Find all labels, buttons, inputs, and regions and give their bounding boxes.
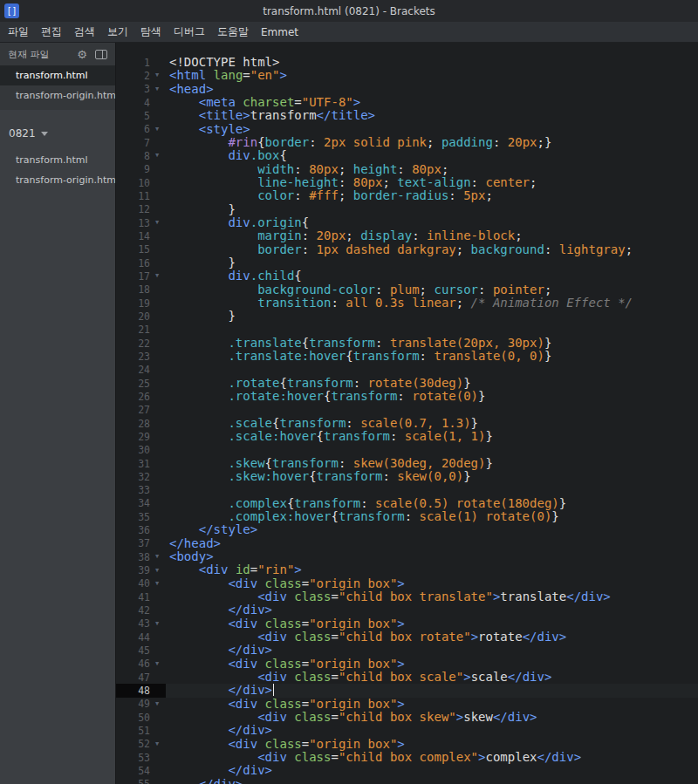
code-line[interactable]: 10 line-height: 80px; text-align: center…: [116, 176, 698, 189]
fold-arrow-icon[interactable]: ▼: [154, 273, 166, 279]
menu-item-file[interactable]: 파일: [2, 22, 35, 42]
fold-arrow-icon[interactable]: ▼: [154, 554, 166, 560]
line-number: 3: [116, 83, 154, 95]
code-text: margin: 20px; display: inline-block;: [166, 229, 523, 242]
fold-arrow-icon[interactable]: ▼: [154, 220, 166, 226]
code-line[interactable]: 53 <div class="child box complex">comple…: [116, 751, 698, 764]
code-line[interactable]: 12 }: [116, 203, 698, 216]
line-number: 30: [116, 444, 154, 456]
menu-item-view[interactable]: 보기: [101, 22, 134, 42]
code-line[interactable]: 4 <meta charset="UTF-8">: [116, 96, 698, 109]
code-line[interactable]: 9 width: 80px; height: 80px;: [116, 163, 698, 176]
code-line[interactable]: 30: [116, 444, 698, 457]
code-line[interactable]: 21: [116, 324, 698, 337]
code-line[interactable]: 42 </div>: [116, 603, 698, 617]
code-line[interactable]: 41 <div class="child box translate">tran…: [116, 590, 698, 603]
code-line[interactable]: 16 }: [116, 256, 698, 269]
code-text: div.origin{: [166, 216, 309, 229]
code-line[interactable]: 40▼ <div class="origin box">: [116, 577, 698, 590]
fold-arrow-icon[interactable]: ▼: [154, 661, 166, 667]
code-line[interactable]: 52▼ <div class="origin box">: [116, 738, 698, 751]
code-line[interactable]: 46▼ <div class="origin box">: [116, 658, 698, 671]
code-line[interactable]: 5 <title>transform</title>: [116, 109, 698, 122]
code-text: <div class="origin box">: [166, 617, 405, 631]
code-line[interactable]: 23 .translate:hover{transform: translate…: [116, 350, 698, 363]
code-line[interactable]: 18 background-color: plum; cursor: point…: [116, 283, 698, 297]
code-line[interactable]: 3▼<head>: [116, 83, 698, 96]
code-line[interactable]: 28 .scale{transform: scale(0.7, 1.3)}: [116, 417, 698, 430]
code-line[interactable]: 33: [116, 484, 698, 497]
gutter-cell: 27: [116, 404, 166, 417]
working-file-item[interactable]: transform.html: [0, 65, 115, 85]
working-file-item[interactable]: transform-origin.html: [0, 85, 115, 106]
fold-arrow-icon[interactable]: ▼: [154, 153, 166, 159]
code-line[interactable]: 1<!DOCTYPE html>: [116, 56, 698, 69]
code-editor[interactable]: 1<!DOCTYPE html>2▼<html lang="en">3▼<hea…: [116, 43, 698, 784]
menu-item-find[interactable]: 검색: [68, 22, 101, 42]
gutter-cell: 35: [116, 510, 166, 523]
code-line[interactable]: 29 .scale:hover{transform: scale(1, 1)}: [116, 430, 698, 443]
code-line[interactable]: 36 </style>: [116, 523, 698, 536]
code-line[interactable]: 38▼<body>: [116, 550, 698, 563]
code-line[interactable]: 32 .skew:hover{transform: skew(0,0)}: [116, 470, 698, 483]
code-line[interactable]: 14 margin: 20px; display: inline-block;: [116, 229, 698, 242]
split-view-icon[interactable]: [95, 50, 107, 59]
gear-icon[interactable]: ⚙: [77, 49, 87, 60]
code-line[interactable]: 8▼ div.box{: [116, 149, 698, 162]
line-number: 15: [116, 243, 154, 256]
code-line[interactable]: 19 transition: all 0.3s linear; /* Anima…: [116, 297, 698, 310]
code-line[interactable]: 37</head>: [116, 537, 698, 550]
line-number: 16: [116, 257, 154, 269]
code-line[interactable]: 17▼ div.child{: [116, 269, 698, 283]
code-line[interactable]: 2▼<html lang="en">: [116, 69, 698, 82]
code-line[interactable]: 20 }: [116, 310, 698, 323]
menu-item-help[interactable]: 도움말: [211, 22, 255, 42]
code-line[interactable]: 27: [116, 404, 698, 417]
code-line[interactable]: 50 <div class="child box skew">skew</div…: [116, 711, 698, 724]
code-line[interactable]: 13▼ div.origin{: [116, 216, 698, 229]
code-line[interactable]: 47 <div class="child box scale">scale</d…: [116, 671, 698, 684]
code-text: <style>: [166, 123, 250, 136]
menu-item-edit[interactable]: 편집: [35, 22, 68, 42]
menu-item-emmet[interactable]: Emmet: [255, 24, 305, 41]
code-line[interactable]: 26 .rotate:hover{transform: rotate(0)}: [116, 390, 698, 403]
fold-arrow-icon[interactable]: ▼: [154, 741, 166, 747]
fold-arrow-icon[interactable]: ▼: [154, 581, 166, 587]
code-line[interactable]: 15 border: 1px dashed darkgray; backgrou…: [116, 243, 698, 256]
code-line[interactable]: 54 </div>: [116, 764, 698, 777]
code-text: #rin{border: 2px solid pink; padding: 20…: [166, 136, 551, 149]
code-line[interactable]: 24: [116, 364, 698, 377]
code-line[interactable]: 31 .skew{transform: skew(30deg, 20deg)}: [116, 457, 698, 470]
code-line[interactable]: 39▼ <div id="rin">: [116, 563, 698, 576]
gutter-cell: 36: [116, 523, 166, 536]
tree-file-item[interactable]: transform-origin.html: [0, 170, 115, 190]
code-line[interactable]: 45 </div>: [116, 644, 698, 657]
fold-arrow-icon[interactable]: ▼: [154, 72, 166, 78]
code-line[interactable]: 43▼ <div class="origin box">: [116, 617, 698, 631]
code-line[interactable]: 51 </div>: [116, 724, 698, 737]
code-line[interactable]: 7 #rin{border: 2px solid pink; padding: …: [116, 136, 698, 149]
code-text: <div class="child box scale">scale</div>: [166, 671, 551, 684]
code-line[interactable]: 55 </div>: [116, 778, 698, 784]
fold-arrow-icon[interactable]: ▼: [154, 568, 166, 574]
tree-file-item[interactable]: transform.html: [0, 150, 115, 170]
code-line[interactable]: 49▼ <div class="origin box">: [116, 698, 698, 711]
code-line[interactable]: 48 </div>: [116, 684, 698, 697]
code-line[interactable]: 25 .rotate{transform: rotate(30deg)}: [116, 377, 698, 390]
code-line[interactable]: 44 <div class="child box rotate">rotate<…: [116, 631, 698, 644]
gutter-cell: 55: [116, 778, 166, 784]
fold-arrow-icon[interactable]: ▼: [154, 701, 166, 707]
code-line[interactable]: 35 .complex:hover{transform: scale(1) ro…: [116, 510, 698, 523]
menu-item-navigate[interactable]: 탐색: [134, 22, 168, 42]
gutter-cell: 19: [116, 297, 166, 310]
fold-arrow-icon[interactable]: ▼: [154, 126, 166, 133]
code-line[interactable]: 6▼ <style>: [116, 123, 698, 136]
code-line[interactable]: 11 color: #fff; border-radius: 5px;: [116, 189, 698, 202]
fold-arrow-icon[interactable]: ▼: [154, 621, 166, 627]
menu-item-debug[interactable]: 디버그: [168, 22, 211, 42]
gutter-cell: 16: [116, 256, 166, 269]
code-line[interactable]: 22 .translate{transform: translate(20px,…: [116, 337, 698, 350]
project-dropdown[interactable]: 0821: [0, 110, 115, 147]
fold-arrow-icon[interactable]: ▼: [154, 86, 166, 92]
code-line[interactable]: 34 .complex{transform: scale(0.5) rotate…: [116, 497, 698, 510]
